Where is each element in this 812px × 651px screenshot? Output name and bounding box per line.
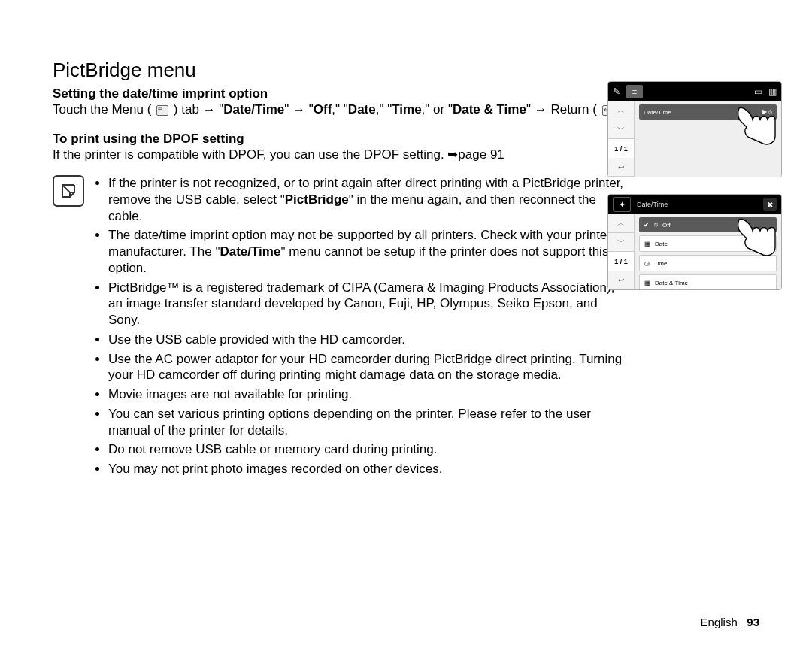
option-time[interactable]: ◷ Time xyxy=(639,255,777,271)
option-date-and-time[interactable]: ▦ Date & Time xyxy=(639,274,777,290)
text: ," " xyxy=(332,102,348,117)
scroll-up-button[interactable]: ︿ xyxy=(608,214,634,233)
note-item: Use the AC power adaptor for your HD cam… xyxy=(108,351,627,384)
return-button[interactable]: ↩ xyxy=(608,158,634,177)
note-item: Movie images are not available for print… xyxy=(108,386,627,403)
text: ) tab → " xyxy=(174,102,224,117)
note-item: If the printer is not recognized, or to … xyxy=(108,175,627,224)
screen1-sidebar: ︿ ﹀ 1 / 1 ↩ xyxy=(608,101,635,177)
scroll-up-button[interactable]: ︿ xyxy=(608,101,634,120)
page-title: PictBridge menu xyxy=(53,59,759,82)
page-indicator: 1 / 1 xyxy=(608,252,634,271)
term-datetime: Date/Time xyxy=(223,102,284,117)
return-button[interactable]: ↩ xyxy=(608,271,634,289)
check-icon: ✔ xyxy=(644,221,650,229)
screen2-topbar: ✦ Date/Time ✖ xyxy=(608,195,781,214)
screen1-main: Date/Time ▶ ⦸ xyxy=(635,101,781,177)
note-item: The date/time imprint option may not be … xyxy=(108,227,627,276)
screen2-sidebar: ︿ ﹀ 1 / 1 ↩ xyxy=(608,214,635,289)
calendar-clock-icon: ▦ xyxy=(644,280,650,286)
option-label: Time xyxy=(654,260,771,267)
term-pictbridge: PictBridge xyxy=(285,192,349,207)
option-label: Date xyxy=(655,241,771,247)
slash-icon: ⦸ xyxy=(654,221,658,229)
option-date[interactable]: ▦ Date xyxy=(639,235,777,252)
close-button[interactable]: ✖ xyxy=(763,198,777,211)
illustration-column: ✎ ≡ ▭ ▥ ︿ ﹀ 1 / 1 ↩ Date/Time ▶ ⦸ xyxy=(607,81,782,307)
option-label: Date & Time xyxy=(655,280,771,286)
row-indicator: ▶ ⦸ xyxy=(762,108,772,116)
scroll-down-button[interactable]: ﹀ xyxy=(608,233,634,252)
note-list: If the printer is not recognized, or to … xyxy=(93,175,627,480)
manual-page: PictBridge menu Setting the date/time im… xyxy=(0,0,812,651)
note-item: PictBridge™ is a registered trademark of… xyxy=(108,280,627,329)
screen2-main: ✔ ⦸ Off ▦ Date ◷ Time ▦ Date & Time xyxy=(635,214,781,289)
text: ," or " xyxy=(422,102,453,117)
screen2-title: Date/Time xyxy=(637,201,757,208)
card-icon: ▭ xyxy=(754,86,762,97)
page-indicator: 1 / 1 xyxy=(608,139,634,158)
note-icon xyxy=(53,175,84,207)
menu-tab-button[interactable]: ≡ xyxy=(626,85,643,98)
menu-tab-icon xyxy=(156,105,168,116)
clock-icon: ◷ xyxy=(644,260,650,267)
option-label: Off xyxy=(662,222,772,229)
scroll-down-button[interactable]: ﹀ xyxy=(608,120,634,139)
term-time: Time xyxy=(392,102,421,117)
footer-language: English _ xyxy=(701,616,747,628)
calendar-icon: ▦ xyxy=(644,241,650,247)
screen1-topbar: ✎ ≡ ▭ ▥ xyxy=(608,82,781,101)
battery-icon: ▥ xyxy=(768,86,777,97)
term-off: Off xyxy=(314,102,332,117)
term-datetime: Date/Time xyxy=(220,244,280,259)
note-item: Do not remove USB cable or memory card d… xyxy=(108,441,627,458)
camera-screen-2: ✦ Date/Time ✖ ︿ ﹀ 1 / 1 ↩ ✔ ⦸ Off xyxy=(607,194,782,290)
option-off[interactable]: ✔ ⦸ Off xyxy=(639,217,777,232)
note-item: You may not print photo images recorded … xyxy=(108,461,627,477)
settings-icon: ✦ xyxy=(613,197,631,212)
text: Touch the Menu ( xyxy=(53,102,151,117)
footer-page-number: 93 xyxy=(747,616,759,628)
note-item: You can set various printing options dep… xyxy=(108,406,627,439)
text: " → Return ( xyxy=(526,102,597,117)
note-item: Use the USB cable provided with the HD c… xyxy=(108,332,627,348)
row-label: Date/Time xyxy=(644,109,758,116)
term-date-and-time: Date & Time xyxy=(453,102,526,117)
page-footer: English _93 xyxy=(701,616,759,628)
menu-row-datetime[interactable]: Date/Time ▶ ⦸ xyxy=(639,104,777,120)
text: " → " xyxy=(284,102,314,117)
text: ," " xyxy=(376,102,392,117)
pictbridge-icon: ✎ xyxy=(613,86,620,97)
camera-screen-1: ✎ ≡ ▭ ▥ ︿ ﹀ 1 / 1 ↩ Date/Time ▶ ⦸ xyxy=(607,81,782,177)
term-date: Date xyxy=(348,102,376,117)
